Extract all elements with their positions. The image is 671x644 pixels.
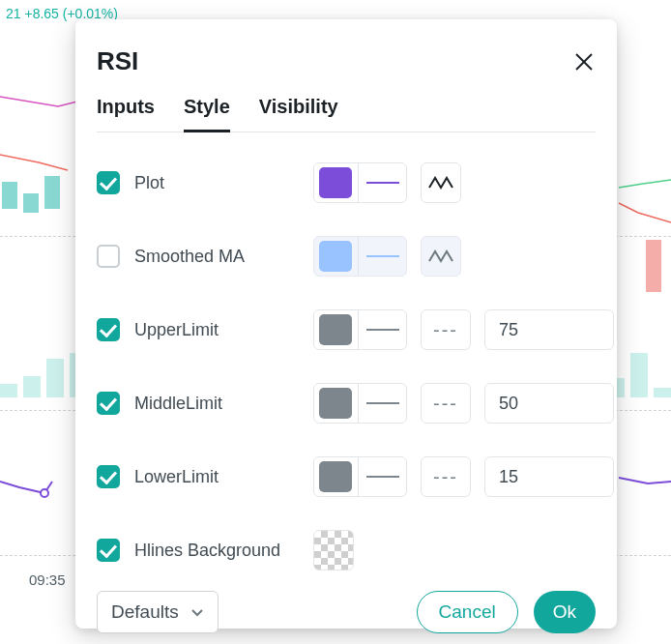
row-upper-limit: UpperLimit --- <box>97 308 596 351</box>
tab-style[interactable]: Style <box>184 96 230 132</box>
middle-limit-dash-button[interactable]: --- <box>421 383 471 424</box>
ok-button[interactable]: Ok <box>534 591 596 633</box>
row-lower-limit: LowerLimit --- <box>97 455 596 498</box>
middle-limit-color-line-picker[interactable] <box>313 383 407 424</box>
middle-limit-color-swatch <box>319 388 352 419</box>
smoothed-ma-label: Smoothed MA <box>134 247 245 267</box>
tab-inputs[interactable]: Inputs <box>97 96 155 132</box>
upper-limit-color-line-picker[interactable] <box>313 309 407 350</box>
close-button[interactable] <box>572 50 596 73</box>
plot-line-sample <box>366 182 399 184</box>
settings-tabs: Inputs Style Visibility <box>97 96 596 132</box>
close-icon <box>572 50 596 73</box>
upper-limit-line-sample <box>366 329 399 331</box>
lower-limit-label: LowerLimit <box>134 467 219 487</box>
hlines-bg-checkbox[interactable] <box>97 539 120 562</box>
defaults-dropdown[interactable]: Defaults <box>97 591 219 633</box>
svg-point-0 <box>41 489 48 497</box>
middle-limit-label: MiddleLimit <box>134 394 222 414</box>
cancel-button[interactable]: Cancel <box>417 591 518 633</box>
smoothed-ma-line-sample <box>366 255 399 257</box>
dialog-title: RSI <box>97 46 138 76</box>
smoothed-ma-color-swatch <box>319 241 352 272</box>
dialog-footer: Defaults Cancel Ok <box>97 571 596 633</box>
plot-label: Plot <box>134 173 164 193</box>
chevron-down-icon <box>190 605 204 619</box>
upper-limit-label: UpperLimit <box>134 320 219 340</box>
middle-limit-checkbox[interactable] <box>97 392 120 415</box>
upper-limit-dash-button[interactable]: --- <box>421 309 471 350</box>
hlines-bg-label: Hlines Background <box>134 541 280 561</box>
row-smoothed-ma: Smoothed MA <box>97 235 596 278</box>
middle-limit-value-input[interactable] <box>484 383 614 424</box>
upper-limit-color-swatch <box>319 314 352 345</box>
plot-line-style-button[interactable] <box>421 162 461 203</box>
upper-limit-value-input[interactable] <box>484 309 614 350</box>
indicator-settings-dialog: RSI Inputs Style Visibility Plot <box>75 19 617 629</box>
wave-icon <box>428 248 453 265</box>
lower-limit-value-input[interactable] <box>484 456 614 497</box>
plot-color-swatch <box>319 167 352 198</box>
row-plot: Plot <box>97 161 596 204</box>
dialog-header: RSI <box>97 46 596 96</box>
middle-limit-line-sample <box>366 402 399 404</box>
lower-limit-checkbox[interactable] <box>97 465 120 488</box>
hlines-bg-color-picker[interactable] <box>313 530 354 571</box>
smoothed-ma-checkbox[interactable] <box>97 245 120 268</box>
lower-limit-color-line-picker[interactable] <box>313 456 407 497</box>
lower-limit-dash-button[interactable]: --- <box>421 456 471 497</box>
defaults-label: Defaults <box>111 601 179 623</box>
lower-limit-line-sample <box>366 476 399 478</box>
upper-limit-checkbox[interactable] <box>97 318 120 341</box>
style-rows: Plot Smoothed MA <box>97 158 596 571</box>
tab-visibility[interactable]: Visibility <box>259 96 338 132</box>
time-axis-label: 09:35 <box>29 571 66 588</box>
plot-checkbox[interactable] <box>97 171 120 194</box>
smoothed-ma-color-line-picker[interactable] <box>313 236 407 277</box>
lower-limit-color-swatch <box>319 461 352 492</box>
plot-color-line-picker[interactable] <box>313 162 407 203</box>
wave-icon <box>428 174 453 191</box>
row-hlines-background: Hlines Background <box>97 529 596 571</box>
smoothed-ma-line-style-button[interactable] <box>421 236 461 277</box>
row-middle-limit: MiddleLimit --- <box>97 382 596 424</box>
